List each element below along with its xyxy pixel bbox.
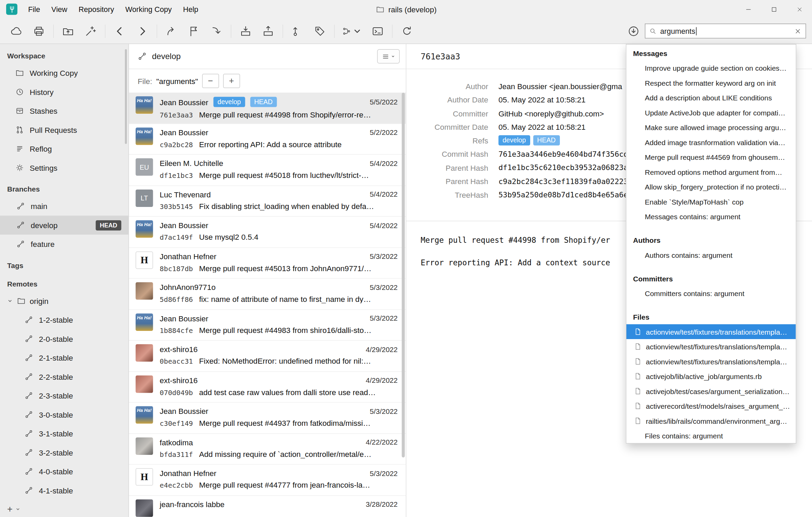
commit-row[interactable]: jean-francois labbe3/28/2022 bbox=[129, 495, 406, 517]
titlebar: File View Repository Working Copy Help r… bbox=[0, 0, 812, 18]
search-result-file[interactable]: activerecord/test/models/raises_argument… bbox=[626, 399, 796, 414]
list-options-button[interactable] bbox=[377, 49, 400, 64]
search-input[interactable]: arguments bbox=[645, 24, 806, 39]
sidebar-branch-main[interactable]: main bbox=[0, 197, 129, 216]
search-result-file[interactable]: activejob/test/cases/argument_serializat… bbox=[626, 384, 796, 399]
folder-export-icon[interactable] bbox=[61, 24, 75, 38]
sidebar-remote-branch[interactable]: 4-1-stable bbox=[0, 481, 129, 500]
back-icon[interactable] bbox=[113, 24, 127, 38]
search-result-message[interactable]: Respect the formatter keyword arg on ini… bbox=[626, 75, 796, 90]
search-result-message[interactable]: Added image trasnformation validation vi… bbox=[626, 135, 796, 150]
tags-header[interactable]: Tags bbox=[0, 258, 129, 273]
cloud-icon[interactable] bbox=[10, 24, 23, 38]
terminal-icon[interactable] bbox=[371, 24, 385, 38]
commit-row[interactable]: Ha Ha! Jean Boussier develop HEAD 5/5/20… bbox=[129, 93, 406, 124]
commit-row[interactable]: LT Luc Thevenard5/4/2022 303b5145Fix dis… bbox=[129, 186, 406, 217]
sidebar-remote-branch[interactable]: 2-3-stable bbox=[0, 386, 129, 405]
sidebar-item-reflog[interactable]: Reflog bbox=[0, 139, 129, 158]
search-result-message[interactable]: Removed options method argument from… bbox=[626, 165, 796, 180]
filter-add-button[interactable]: + bbox=[223, 74, 240, 88]
sidebar-item-label: Settings bbox=[30, 164, 57, 172]
commit-row[interactable]: Ha Ha! Jean Boussier5/3/2022 1b884cfeMer… bbox=[129, 310, 406, 341]
field-label: Commit Hash bbox=[417, 150, 488, 158]
authors-contains-option[interactable]: Authors contains: argument bbox=[626, 248, 796, 263]
sidebar-remote-branch[interactable]: 2-0-stable bbox=[0, 330, 129, 349]
search-result-file[interactable]: activejob/lib/active_job/arguments.rb bbox=[626, 369, 796, 384]
sidebar-remote-branch[interactable]: 4-0-stable bbox=[0, 462, 129, 481]
sidebar-item-settings[interactable]: Settings bbox=[0, 158, 129, 178]
merge-arrow-icon[interactable] bbox=[210, 24, 223, 38]
branch-label: 1-2-stable bbox=[39, 316, 73, 324]
menu-repository[interactable]: Repository bbox=[73, 0, 120, 18]
sidebar-remote-branch[interactable]: 3-1-stable bbox=[0, 424, 129, 443]
sidebar-remote-branch[interactable]: 1-2-stable bbox=[0, 310, 129, 330]
parent-hash-value: df1e1bc35c6210ecb39532a06823a6 bbox=[498, 164, 633, 172]
sidebar-remote-branch[interactable]: 2-1-stable bbox=[0, 348, 129, 367]
search-result-message[interactable]: Enable `Style/MapToHash` cop bbox=[626, 194, 796, 209]
chevron-down-icon[interactable] bbox=[7, 298, 13, 304]
clear-search-icon[interactable] bbox=[794, 27, 801, 34]
refresh-icon[interactable] bbox=[400, 24, 414, 38]
tag-icon[interactable] bbox=[313, 24, 327, 38]
git-flow-icon[interactable] bbox=[343, 24, 362, 38]
create-branch-icon[interactable] bbox=[291, 24, 304, 38]
minimize-button[interactable] bbox=[736, 0, 761, 18]
menu-file[interactable]: File bbox=[23, 0, 46, 18]
unstash-icon[interactable] bbox=[262, 24, 275, 38]
sidebar-item-working-copy[interactable]: Working Copy bbox=[0, 64, 129, 83]
download-commit-icon[interactable] bbox=[627, 24, 640, 38]
search-result-file[interactable]: actionview/test/fixtures/translations/te… bbox=[626, 339, 796, 354]
commit-list-scrollbar[interactable] bbox=[402, 93, 405, 458]
commit-row[interactable]: EU Eileen M. Uchitelle5/4/2022 df1e1bc3M… bbox=[129, 155, 406, 186]
commit-row[interactable]: ext-shiro164/29/2022 070d049badd test ca… bbox=[129, 372, 406, 403]
commit-row[interactable]: Ha Ha! Jean Boussier5/4/2022 d7ac149fUse… bbox=[129, 217, 406, 248]
search-result-message[interactable]: Improve upgrade guide section on cookies… bbox=[626, 60, 796, 75]
search-result-message[interactable]: Make sure allowed image processing argu… bbox=[626, 120, 796, 135]
commit-row[interactable]: H Jonathan Hefner5/3/2022 8bc187dbMerge … bbox=[129, 248, 406, 279]
sidebar-branch-develop[interactable]: develop HEAD bbox=[0, 216, 129, 235]
add-repository-button[interactable]: + bbox=[7, 504, 13, 515]
maximize-button[interactable] bbox=[761, 0, 787, 18]
commit-row[interactable]: fatkodima4/22/2022 bfda311fAdd missing r… bbox=[129, 434, 406, 465]
messages-contains-option[interactable]: Messages contains: argument bbox=[626, 209, 796, 224]
sidebar-item-stashes[interactable]: Stashes bbox=[0, 101, 129, 121]
forward-icon[interactable] bbox=[136, 24, 149, 38]
committers-contains-option[interactable]: Committers contains: argument bbox=[626, 286, 796, 301]
sidebar-branch-feature[interactable]: feature bbox=[0, 235, 129, 254]
menu-help[interactable]: Help bbox=[177, 0, 204, 18]
remotes-header[interactable]: Remotes bbox=[0, 276, 129, 292]
committers-section-header: Committers bbox=[626, 271, 796, 286]
flag-icon[interactable] bbox=[187, 24, 201, 38]
sidebar-scrollbar[interactable] bbox=[125, 49, 127, 144]
stash-icon[interactable] bbox=[239, 24, 252, 38]
sidebar-remote-origin[interactable]: origin bbox=[0, 292, 129, 311]
printer-icon[interactable] bbox=[32, 24, 46, 38]
sidebar-item-pull-requests[interactable]: Pull Requests bbox=[0, 121, 129, 140]
commit-row[interactable]: Ha Ha! Jean Boussier5/3/2022 c30ef149Mer… bbox=[129, 403, 406, 434]
commit-row[interactable]: JohnAnon9771o5/3/2022 5d86ff86fix: name … bbox=[129, 279, 406, 310]
sidebar-remote-branch[interactable]: 2-2-stable bbox=[0, 367, 129, 387]
magic-wand-icon[interactable] bbox=[84, 24, 97, 38]
search-result-message[interactable]: Merge pull request #44569 from ghousem… bbox=[626, 150, 796, 165]
menu-view[interactable]: View bbox=[46, 0, 73, 18]
commit-row[interactable]: ext-shiro164/29/2022 0beacc31Fixed: NoMe… bbox=[129, 341, 406, 372]
file-path: actionview/test/fixtures/translations/te… bbox=[646, 327, 787, 336]
search-result-message[interactable]: Add a description about LIKE conditions bbox=[626, 90, 796, 105]
search-result-file[interactable]: actionview/test/fixtures/translations/te… bbox=[626, 354, 796, 369]
close-button[interactable] bbox=[787, 0, 812, 18]
files-contains-option[interactable]: Files contains: argument bbox=[626, 428, 796, 443]
commit-row[interactable]: H Jonathan Hefner5/3/2022 e4ec2cbbMerge … bbox=[129, 465, 406, 496]
search-result-message[interactable]: Update ActiveJob que adapter for compati… bbox=[626, 105, 796, 120]
field-label: Parent Hash bbox=[417, 163, 488, 172]
share-arrow-icon[interactable] bbox=[165, 24, 178, 38]
filter-remove-button[interactable]: − bbox=[202, 74, 219, 88]
search-result-file[interactable]: actionview/test/fixtures/translations/te… bbox=[626, 324, 796, 339]
search-result-message[interactable]: Allow skip_forgery_protection if no prot… bbox=[626, 179, 796, 194]
commit-row[interactable]: Ha Ha! Jean Boussier5/2/2022 c9a2bc28Err… bbox=[129, 124, 406, 155]
search-result-file[interactable]: railties/lib/rails/command/environment_a… bbox=[626, 414, 796, 429]
sidebar-item-history[interactable]: History bbox=[0, 83, 129, 102]
menu-working-copy[interactable]: Working Copy bbox=[120, 0, 177, 18]
sidebar-remote-branch[interactable]: 3-2-stable bbox=[0, 443, 129, 462]
chevron-down-icon[interactable] bbox=[15, 507, 20, 512]
sidebar-remote-branch[interactable]: 3-0-stable bbox=[0, 405, 129, 424]
